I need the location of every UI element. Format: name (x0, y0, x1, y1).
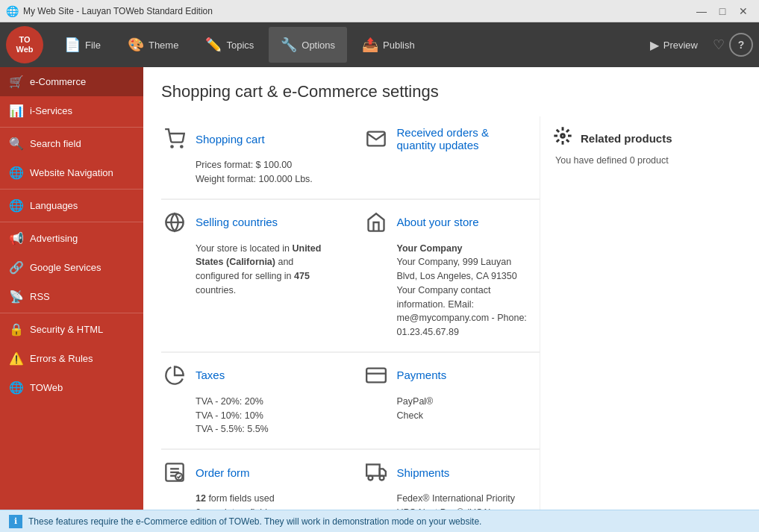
related-products-body: You have defined 0 product (552, 155, 741, 166)
svg-point-0 (171, 145, 172, 147)
svg-marker-12 (379, 469, 385, 475)
title-bar: 🌐 My Web Site - Lauyan TOWeb Standard Ed… (0, 0, 759, 22)
order-form-title[interactable]: Order form (196, 466, 250, 479)
main-layout: 🛒 e-Commerce 📊 i-Services 🔍 Search field… (0, 67, 759, 510)
minimize-button[interactable]: — (692, 4, 711, 19)
company-address: Your Company, 999 Lauyan Blvd, Los Angel… (397, 257, 517, 281)
selling-countries-icon (161, 209, 188, 236)
toweb-icon: 🌐 (9, 381, 24, 395)
svg-point-21 (561, 134, 565, 138)
full-layout: Shopping cart Prices format: $ 100.00 We… (161, 116, 741, 510)
payments-title[interactable]: Payments (397, 369, 447, 381)
payment-line-1: PayPal® (397, 395, 528, 409)
sidebar-item-ecommerce[interactable]: 🛒 e-Commerce (0, 67, 143, 96)
page-title: Shopping cart & e-Commerce settings (161, 82, 741, 101)
preview-play-icon: ▶ (650, 38, 659, 52)
about-store-body: Your Company Your Company, 999 Lauyan Bl… (363, 242, 528, 339)
about-store-header: About your store (363, 209, 528, 236)
publish-label: Publish (383, 40, 415, 51)
received-orders-icon (363, 125, 390, 152)
options-button[interactable]: 🔧 Options (269, 27, 347, 63)
sidebar-item-googleservices[interactable]: 🔗 Google Services (0, 253, 143, 282)
sidebar-item-iservices[interactable]: 📊 i-Services (0, 96, 143, 125)
row-4: Order form 12 form fields used6 mandator… (161, 450, 540, 510)
file-button[interactable]: 📄 File (52, 27, 113, 63)
payment-line-2: Check (397, 409, 528, 423)
maximize-button[interactable]: □ (713, 4, 732, 19)
help-button[interactable]: ? (729, 33, 753, 57)
payments-header: Payments (363, 362, 528, 389)
about-store-title[interactable]: About your store (397, 216, 479, 228)
svg-rect-4 (366, 368, 386, 382)
sidebar-item-languages[interactable]: 🌐 Languages (0, 191, 143, 220)
sidebar-item-toweb[interactable]: 🌐 TOWeb (0, 373, 143, 402)
shipment-line-2: UPS Next Day® (USA) (397, 506, 528, 510)
payments-section: Payments PayPal® Check (351, 353, 540, 449)
sidebar-item-security[interactable]: 🔒 Security & HTML (0, 315, 143, 344)
left-columns: Shopping cart Prices format: $ 100.00 We… (161, 116, 540, 510)
company-contact: Your Company contact information. EMail:… (397, 285, 527, 337)
security-icon: 🔒 (9, 322, 24, 337)
heart-icon: ♡ (713, 37, 725, 53)
sidebar-divider-3 (0, 222, 143, 222)
theme-button[interactable]: 🎨 Theme (116, 27, 190, 63)
advertising-icon: 📢 (9, 231, 24, 245)
selling-countries-header: Selling countries (161, 209, 339, 236)
shipments-header: Shipments (363, 459, 528, 486)
rss-icon: 📡 (9, 290, 24, 304)
sidebar-item-advertising[interactable]: 📢 Advertising (0, 224, 143, 253)
shopping-cart-icon (161, 125, 188, 152)
related-products-icon (552, 125, 573, 151)
sidebar-item-errors[interactable]: ⚠️ Errors & Rules (0, 344, 143, 373)
taxes-header: Taxes (161, 362, 339, 389)
order-form-icon (161, 459, 188, 486)
info-icon: ℹ (9, 515, 22, 528)
preview-button[interactable]: ▶ Preview (640, 27, 708, 63)
shopping-cart-body: Prices format: $ 100.00 Weight format: 1… (161, 158, 339, 187)
shipments-icon (363, 459, 390, 486)
tax-line-3: TVA - 5.5%: 5.5% (196, 422, 339, 436)
sidebar-divider-2 (0, 189, 143, 190)
sidebar-advertising-label: Advertising (30, 233, 78, 244)
selling-countries-title[interactable]: Selling countries (196, 216, 278, 228)
sidebar-iservices-label: i-Services (30, 105, 72, 116)
googleservices-icon: 🔗 (9, 260, 24, 275)
weight-format: Weight format: 100.000 Lbs. (196, 172, 339, 187)
taxes-title[interactable]: Taxes (196, 369, 225, 381)
sidebar-item-rss[interactable]: 📡 RSS (0, 282, 143, 311)
topics-icon: ✏️ (205, 37, 222, 53)
shopping-cart-section: Shopping cart Prices format: $ 100.00 We… (161, 116, 351, 199)
close-button[interactable]: ✕ (734, 4, 753, 19)
shipments-title[interactable]: Shipments (397, 466, 450, 479)
publish-button[interactable]: 📤 Publish (350, 27, 427, 63)
tax-line-2: TVA - 10%: 10% (196, 409, 339, 423)
shopping-cart-header: Shopping cart (161, 125, 339, 152)
topics-label: Topics (226, 40, 254, 51)
sidebar-item-searchfield[interactable]: 🔍 Search field (0, 129, 143, 158)
received-orders-title[interactable]: Received orders & quantity updates (397, 126, 528, 151)
related-products-desc: You have defined 0 product (555, 155, 669, 166)
row-3: Taxes TVA - 20%: 20% TVA - 10%: 10% TVA … (161, 353, 540, 450)
taxes-body: TVA - 20%: 20% TVA - 10%: 10% TVA - 5.5%… (161, 395, 339, 436)
topics-button[interactable]: ✏️ Topics (193, 27, 266, 63)
file-label: File (85, 40, 101, 51)
errors-icon: ⚠️ (9, 351, 24, 366)
shipments-section: Shipments Fedex® International Priority … (351, 450, 540, 510)
related-products-title[interactable]: Related products (581, 132, 672, 145)
svg-point-1 (181, 145, 182, 147)
sidebar-ecommerce-label: e-Commerce (30, 76, 86, 87)
svg-point-13 (368, 476, 372, 481)
sidebar-item-webnavigation[interactable]: 🌐 Website Navigation (0, 158, 143, 187)
sidebar-toweb-label: TOWeb (30, 382, 63, 393)
sidebar-searchfield-label: Search field (30, 138, 81, 149)
received-orders-header: Received orders & quantity updates (363, 125, 528, 152)
about-store-icon (363, 209, 390, 236)
sidebar-languages-label: Languages (30, 200, 78, 211)
taxes-icon (161, 362, 188, 389)
info-symbol: ℹ (14, 516, 17, 526)
file-icon: 📄 (64, 37, 81, 53)
company-name: Your Company (397, 243, 463, 254)
shipment-line-1: Fedex® International Priority (397, 492, 528, 506)
tax-line-1: TVA - 20%: 20% (196, 395, 339, 409)
shopping-cart-title[interactable]: Shopping cart (196, 133, 265, 145)
